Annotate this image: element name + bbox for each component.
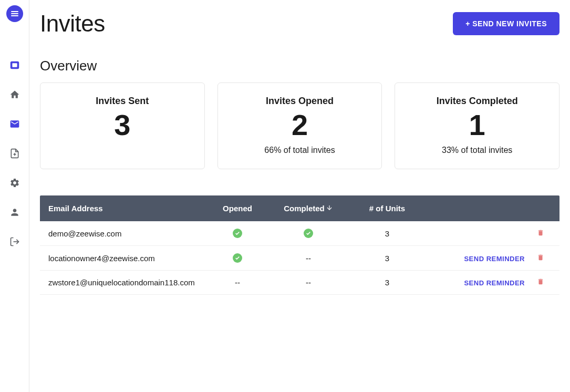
send-reminder-button[interactable]: SEND REMINDER: [464, 255, 525, 263]
card-invites-sent: Invites Sent 3: [40, 82, 205, 169]
card-label: Invites Sent: [96, 96, 149, 107]
header-completed-label: Completed: [284, 204, 325, 213]
header-delete: [530, 204, 551, 213]
cell-opened: --: [206, 278, 269, 287]
card-subtext: 33% of total invites: [442, 146, 512, 155]
sidebar: [0, 0, 29, 392]
card-subtext: 66% of total invites: [264, 146, 335, 155]
card-invites-completed: Invites Completed 1 33% of total invites: [395, 82, 559, 169]
send-new-invites-button[interactable]: + SEND NEW INVITES: [453, 12, 559, 35]
trash-icon[interactable]: [537, 278, 544, 285]
file-icon[interactable]: [8, 147, 21, 160]
cell-email: zwstore1@uniquelocationdomain118.com: [48, 278, 206, 287]
card-invites-opened: Invites Opened 2 66% of total invites: [217, 82, 382, 169]
trash-icon[interactable]: [537, 254, 544, 261]
cell-delete: [530, 229, 551, 238]
header-action: [427, 204, 530, 213]
cell-completed: --: [269, 254, 348, 263]
cell-units: 3: [348, 278, 427, 287]
cell-action: SEND REMINDER: [427, 278, 530, 287]
svg-rect-1: [12, 63, 17, 67]
cell-opened: [206, 229, 269, 238]
page-title: Invites: [40, 11, 105, 37]
hamburger-icon: [11, 11, 18, 16]
dash-icon: --: [235, 278, 240, 287]
card-value: 1: [469, 109, 485, 141]
table-row: locationowner4@zeewise.com -- 3 SEND REM…: [40, 246, 559, 271]
table-row: zwstore1@uniquelocationdomain118.com -- …: [40, 271, 559, 295]
cell-opened: [206, 253, 269, 263]
header-email[interactable]: Email Address: [48, 204, 206, 213]
gear-icon[interactable]: [8, 177, 21, 189]
cell-completed: --: [269, 278, 348, 287]
page-header: Invites + SEND NEW INVITES: [40, 11, 559, 37]
card-label: Invites Opened: [266, 96, 334, 107]
header-opened[interactable]: Opened: [206, 204, 269, 213]
header-units[interactable]: # of Units: [348, 204, 427, 213]
cell-action: SEND REMINDER: [427, 254, 530, 263]
check-icon: [233, 229, 242, 238]
send-reminder-button[interactable]: SEND REMINDER: [464, 279, 525, 287]
overview-heading: Overview: [40, 58, 559, 74]
table-row: demo@zeewise.com 3: [40, 221, 559, 246]
cell-delete: [530, 254, 551, 263]
sort-down-icon: [326, 204, 333, 213]
cell-email: locationowner4@zeewise.com: [48, 254, 206, 263]
cell-delete: [530, 278, 551, 287]
cell-units: 3: [348, 254, 427, 263]
check-icon: [233, 253, 242, 263]
check-icon: [304, 229, 313, 238]
invites-table: Email Address Opened Completed # of Unit…: [40, 195, 559, 295]
card-value: 2: [292, 109, 308, 141]
dash-icon: --: [306, 254, 311, 263]
overview-cards: Invites Sent 3 Invites Opened 2 66% of t…: [40, 82, 559, 169]
trash-icon[interactable]: [537, 229, 544, 236]
person-icon[interactable]: [8, 206, 21, 219]
cell-completed: [269, 229, 348, 238]
table-header-row: Email Address Opened Completed # of Unit…: [40, 195, 559, 221]
main-content: Invites + SEND NEW INVITES Overview Invi…: [29, 0, 570, 392]
logout-icon[interactable]: [8, 235, 21, 248]
home-icon[interactable]: [8, 88, 21, 101]
mail-icon[interactable]: [8, 118, 21, 130]
card-label: Invites Completed: [437, 96, 518, 107]
dash-icon: --: [306, 278, 311, 287]
cell-units: 3: [348, 229, 427, 238]
logo-icon[interactable]: [8, 59, 21, 71]
cell-email: demo@zeewise.com: [48, 229, 206, 238]
menu-button[interactable]: [6, 5, 23, 22]
card-value: 3: [114, 109, 130, 141]
header-completed[interactable]: Completed: [269, 204, 348, 213]
